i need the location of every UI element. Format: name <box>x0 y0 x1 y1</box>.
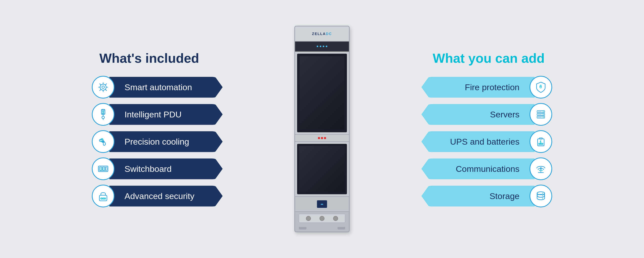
servers-label: Servers <box>421 104 535 125</box>
server-icon <box>535 108 547 121</box>
lock-icon <box>97 190 109 202</box>
antenna-icon <box>535 163 547 175</box>
communications-label: Communications <box>421 158 535 179</box>
list-item: Smart automation <box>92 76 268 99</box>
svg-point-53 <box>540 167 542 169</box>
ups-batteries-icon-circle <box>530 130 552 153</box>
svg-rect-46 <box>538 143 543 145</box>
list-item: Fire protection <box>421 76 552 99</box>
rack-foot-left <box>299 227 306 230</box>
included-items-list: Smart automation <box>92 76 268 207</box>
server-rack-section: ZELLADC <box>278 26 366 232</box>
advanced-security-icon-circle <box>92 185 114 207</box>
indicator-light <box>321 137 323 139</box>
addable-items-list: Fire protection Servers <box>376 76 552 207</box>
rack-bottom-panel: ■■ <box>295 196 349 211</box>
storage-label: Storage <box>421 186 535 207</box>
fire-shield-icon <box>535 81 547 93</box>
rack-brand: ZELLADC <box>312 32 332 36</box>
precision-cooling-icon-circle <box>92 130 114 153</box>
list-item: Communications <box>421 157 552 180</box>
svg-point-38 <box>543 111 544 112</box>
svg-point-17 <box>102 141 104 142</box>
rack-lower-window <box>297 144 347 194</box>
list-item: Precision cooling <box>92 130 268 153</box>
svg-point-34 <box>105 198 105 199</box>
rack-base-panel <box>299 214 345 223</box>
rack-upper-window <box>297 54 347 132</box>
rack-feet <box>299 227 345 230</box>
left-section: What's included <box>92 51 268 207</box>
servers-icon-circle <box>530 103 552 126</box>
svg-point-33 <box>103 198 103 199</box>
switchboard-icon-circle <box>92 157 114 180</box>
rack-foot-right <box>338 227 345 230</box>
server-rack: ZELLADC <box>294 26 350 232</box>
smart-automation-label: Smart automation <box>109 77 223 98</box>
svg-point-14 <box>102 116 104 119</box>
svg-point-58 <box>542 198 543 199</box>
rack-vent-2 <box>319 216 325 221</box>
fire-protection-icon-circle <box>530 76 552 99</box>
switchboard-label: Switchboard <box>109 158 223 179</box>
svg-point-40 <box>543 117 544 118</box>
svg-line-8 <box>105 84 107 85</box>
indicator-light <box>318 137 320 139</box>
rack-display-text: ■■ <box>321 203 323 205</box>
svg-point-56 <box>542 193 543 194</box>
list-item: Intelligent PDU <box>92 103 268 126</box>
addable-title: What you can add <box>433 51 552 66</box>
rack-display: ■■ <box>317 200 327 208</box>
ups-batteries-label: UPS and batteries <box>421 131 535 152</box>
precision-cooling-label: Precision cooling <box>109 131 223 152</box>
rack-control-panel <box>295 42 349 52</box>
gear-icon <box>97 81 109 93</box>
switchboard-icon <box>97 163 109 175</box>
rack-top-panel: ZELLADC <box>295 26 349 42</box>
status-light <box>323 46 324 47</box>
svg-rect-47 <box>538 145 543 145</box>
fire-protection-label: Fire protection <box>421 77 535 98</box>
status-light <box>317 46 318 47</box>
list-item: Storage <box>421 185 552 207</box>
indicator-light <box>324 137 326 139</box>
fan-icon <box>97 135 109 148</box>
status-light <box>326 46 327 47</box>
rack-indicator-lights <box>318 137 326 139</box>
svg-line-7 <box>105 89 107 91</box>
rack-status-lights <box>317 46 327 47</box>
svg-point-57 <box>542 196 543 196</box>
status-light <box>320 46 321 47</box>
list-item: UPS and batteries <box>421 130 552 153</box>
rack-middle-panel <box>295 134 349 142</box>
smart-automation-icon-circle <box>92 76 114 99</box>
battery-icon <box>535 135 547 148</box>
intelligent-pdu-label: Intelligent PDU <box>109 104 223 125</box>
main-container: What's included <box>45 9 599 249</box>
svg-point-39 <box>543 114 544 115</box>
rack-vent-3 <box>333 216 338 221</box>
storage-icon-circle <box>530 185 552 207</box>
storage-icon <box>535 190 547 202</box>
rack-base <box>295 211 349 232</box>
list-item: Switchboard <box>92 157 268 180</box>
right-section: What you can add Fire protection Servers <box>376 51 552 207</box>
advanced-security-label: Advanced security <box>109 186 223 207</box>
communications-icon-circle <box>530 157 552 180</box>
intelligent-pdu-icon-circle <box>92 103 114 126</box>
svg-rect-21 <box>105 167 107 171</box>
svg-rect-45 <box>539 138 542 139</box>
included-title: What's included <box>92 51 199 66</box>
list-item: Advanced security <box>92 185 268 207</box>
rack-vent-1 <box>306 216 311 221</box>
svg-point-32 <box>101 198 102 199</box>
rack-brand-suffix: DC <box>326 32 332 36</box>
svg-line-6 <box>100 84 101 85</box>
svg-line-9 <box>100 89 101 91</box>
plug-icon <box>97 108 109 121</box>
list-item: Servers <box>421 103 552 126</box>
svg-point-1 <box>102 86 104 88</box>
